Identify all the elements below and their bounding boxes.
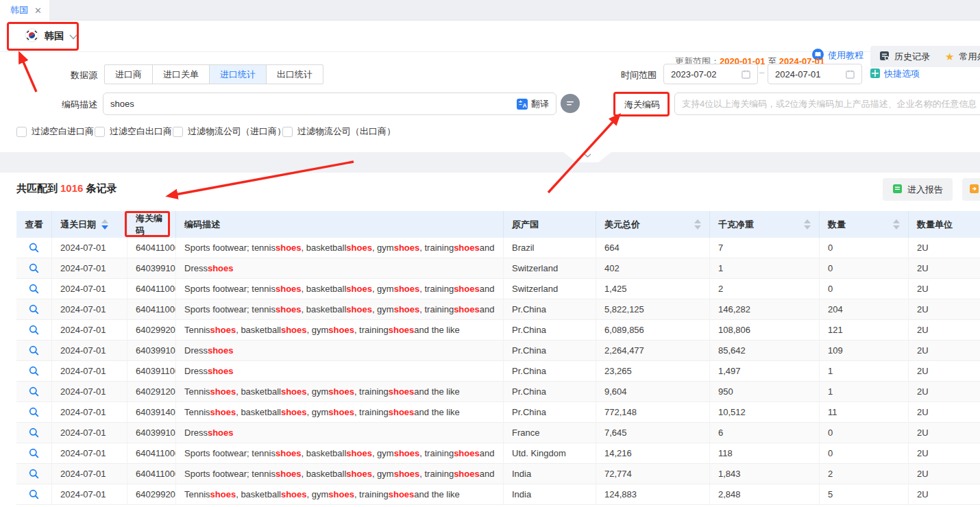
view-details-icon[interactable]: [16, 361, 51, 381]
enter-report-button[interactable]: 进入报告: [883, 178, 953, 201]
filter-checkbox[interactable]: 过滤空白进口商: [16, 125, 94, 138]
cell-unit: 2U: [909, 299, 980, 320]
sort-asc-icon[interactable]: [101, 219, 108, 223]
favorites-button[interactable]: ★ 常用条件: [936, 46, 980, 67]
checkbox-icon[interactable]: [16, 127, 27, 137]
filter-checkbox[interactable]: 过滤物流公司（出口商）: [282, 125, 395, 138]
view-details-icon[interactable]: [16, 299, 51, 319]
highlighted-keyword: shoes: [281, 489, 307, 499]
date-to-input[interactable]: 2024-07-01: [768, 64, 862, 84]
cell-usd: 664: [596, 238, 710, 258]
datasource-option[interactable]: 出口统计: [266, 64, 323, 84]
datasource-option[interactable]: 进口商: [104, 64, 153, 84]
checkbox-icon[interactable]: [282, 127, 293, 137]
checkbox-label: 过滤物流公司（出口商）: [297, 125, 395, 138]
star-icon: ★: [945, 51, 954, 63]
cell-view: [16, 423, 52, 443]
cell-kg: 10,512: [710, 402, 820, 423]
column-header[interactable]: 美元总价: [596, 211, 710, 238]
desc-search-input[interactable]: shoes A 翻译: [103, 92, 556, 115]
sort-asc-icon[interactable]: [804, 219, 811, 223]
cell-unit: 2U: [909, 361, 980, 382]
cell-usd: 9,604: [596, 382, 710, 402]
report-icon: [892, 184, 903, 196]
cell-qty: 0: [820, 279, 909, 299]
cell-usd: 72,774: [596, 464, 710, 484]
cell-description: Dress shoes: [176, 258, 504, 279]
cell-code: 6403991000: [127, 258, 176, 279]
close-icon[interactable]: ✕: [34, 6, 42, 15]
highlighted-keyword: shoes: [389, 386, 415, 397]
export-button[interactable]: [962, 178, 980, 201]
view-details-icon[interactable]: [16, 484, 51, 504]
cell-view: [16, 361, 52, 382]
sort-desc-icon[interactable]: [804, 225, 811, 230]
cell-code: 6402992000: [127, 320, 176, 341]
highlighted-keyword: shoes: [454, 448, 480, 458]
table-row: 2024-07-016403991000Dress shoesPr.China2…: [16, 341, 980, 361]
cell-view: [16, 443, 52, 464]
sort-desc-icon[interactable]: [694, 225, 701, 230]
view-details-icon[interactable]: [16, 238, 51, 258]
column-header-label: 海关编码: [136, 212, 167, 237]
view-details-icon[interactable]: [16, 258, 51, 278]
checkbox-icon[interactable]: [173, 127, 183, 137]
cell-qty: 0: [820, 423, 909, 443]
view-details-icon[interactable]: [16, 423, 51, 443]
view-details-icon[interactable]: [16, 320, 51, 340]
cell-date: 2024-07-01: [52, 423, 127, 443]
cell-description: Sports footwear; tennis shoes, basketbal…: [176, 443, 504, 464]
datasource-segment: 进口商进口关单进口统计出口统计: [104, 64, 323, 84]
sort-asc-icon[interactable]: [893, 219, 900, 223]
highlighted-keyword: shoes: [281, 325, 307, 335]
translate-button[interactable]: A 翻译: [517, 98, 549, 110]
column-header[interactable]: 通关日期: [52, 211, 127, 238]
view-details-icon[interactable]: [16, 341, 51, 360]
cell-date: 2024-07-01: [52, 464, 127, 484]
view-details-icon[interactable]: [16, 464, 51, 484]
cell-kg: 2: [710, 279, 820, 299]
highlighted-keyword: shoes: [208, 366, 234, 376]
cell-view: [16, 320, 52, 341]
country-selector[interactable]: 韩国: [25, 27, 77, 46]
datasource-option[interactable]: 进口关单: [152, 64, 210, 84]
cell-date: 2024-07-01: [52, 279, 127, 299]
highlighted-keyword: shoes: [454, 304, 480, 314]
view-details-icon[interactable]: [16, 279, 51, 299]
cell-description: Tennis shoes, basketball shoes, gym shoe…: [176, 320, 504, 341]
table-row: 2024-07-016403914000Tennis shoes, basket…: [16, 402, 980, 423]
history-button[interactable]: 历史记录: [870, 46, 939, 67]
cell-code: 6404110000: [127, 443, 176, 464]
filter-checkbox[interactable]: 过滤物流公司（进口商）: [173, 125, 286, 138]
export-icon: [969, 184, 979, 196]
column-header[interactable]: 千克净重: [710, 211, 820, 238]
quick-options-link[interactable]: 快捷选项: [870, 68, 920, 80]
sort-caret[interactable]: [893, 219, 900, 230]
cell-view: [16, 279, 52, 299]
sort-caret[interactable]: [694, 219, 701, 230]
match-mode-toggle[interactable]: [561, 94, 580, 113]
cell-kg: 950: [710, 382, 820, 402]
sort-asc-icon[interactable]: [694, 219, 701, 223]
collapse-handle[interactable]: [563, 152, 611, 162]
sort-desc-icon[interactable]: [893, 225, 900, 230]
sort-caret[interactable]: [101, 219, 108, 230]
date-from-input[interactable]: 2023-07-02: [663, 64, 758, 84]
column-header-label: 原产国: [512, 219, 539, 231]
cell-date: 2024-07-01: [52, 382, 127, 402]
sort-caret[interactable]: [804, 219, 811, 230]
cell-usd: 6,089,856: [596, 320, 710, 341]
hscode-input[interactable]: 支持4位以上海关编码，或2位海关编码加上产品描述、企业名称的任意信息: [674, 92, 980, 115]
view-details-icon[interactable]: [16, 443, 51, 463]
sort-desc-icon[interactable]: [101, 225, 108, 230]
checkbox-icon[interactable]: [95, 127, 105, 137]
tab-korea[interactable]: 韩国 ✕: [0, 0, 49, 21]
view-details-icon[interactable]: [16, 402, 51, 422]
view-details-icon[interactable]: [16, 382, 51, 401]
column-header[interactable]: 数量: [820, 211, 909, 238]
filter-checkbox[interactable]: 过滤空白出口商: [95, 125, 172, 138]
cell-code: 6403991000: [127, 341, 176, 361]
checkbox-label: 过滤空白进口商: [32, 125, 94, 138]
datasource-option[interactable]: 进口统计: [209, 64, 267, 84]
cell-qty: 1: [820, 382, 909, 402]
